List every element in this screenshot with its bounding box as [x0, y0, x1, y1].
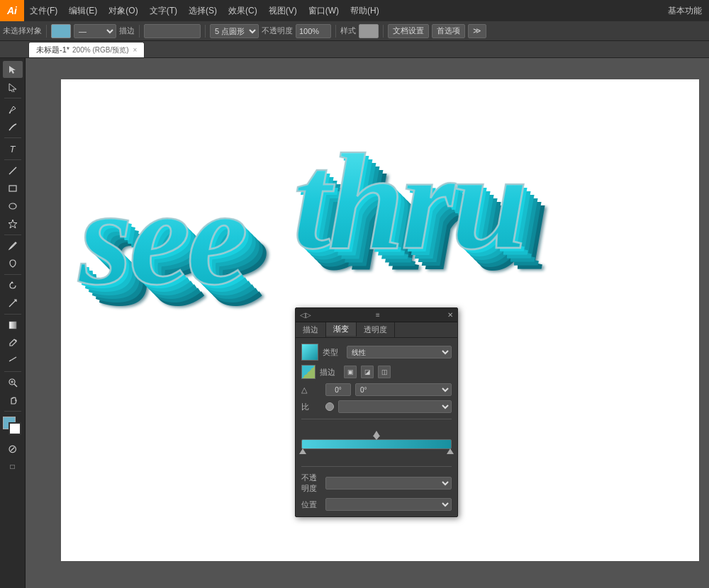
document-tab[interactable]: 未标题-1* 200% (RGB/预览) ×	[28, 42, 145, 57]
tool-sep-2	[4, 137, 21, 138]
tool-paintbrush[interactable]	[3, 237, 23, 254]
panel-body: 类型 线性 描边 ▣ ◪ ◫ △	[296, 338, 457, 516]
tool-zoom[interactable]	[3, 374, 23, 391]
style-label: 样式	[340, 26, 356, 36]
svg-line-6	[9, 360, 11, 361]
tool-sep-7	[4, 371, 21, 372]
stroke-btn-2[interactable]: ◪	[361, 366, 374, 378]
svg-marker-3	[9, 220, 17, 228]
stroke-btn-1[interactable]: ▣	[344, 366, 357, 378]
gradient-stop-right[interactable]	[447, 448, 454, 454]
panel-gradient-preview[interactable]	[301, 344, 318, 361]
svg-rect-4	[9, 322, 16, 329]
opacity-input[interactable]	[296, 24, 331, 38]
tool-selection[interactable]	[3, 61, 23, 78]
stroke-swatch[interactable]	[9, 422, 21, 435]
gradient-bar-container	[301, 425, 452, 460]
gradient-type-select[interactable]: 线性	[347, 346, 452, 358]
brush-select[interactable]: 5 点圆形	[210, 24, 259, 38]
stroke-input[interactable]	[144, 24, 201, 38]
tool-pen[interactable]	[3, 101, 23, 118]
svg-point-2	[9, 203, 16, 209]
tool-blob-brush[interactable]	[3, 255, 23, 272]
type-label: 类型	[323, 347, 342, 358]
no-selection-label: 未选择对象	[3, 26, 42, 36]
opacity-label: 不透明度	[262, 26, 293, 36]
svg-text:thru: thru	[293, 125, 525, 278]
menu-window[interactable]: 窗口(W)	[303, 0, 345, 21]
toolbar-sep-3	[205, 25, 206, 38]
tool-line[interactable]	[3, 162, 23, 179]
workspace-label: 基本功能	[668, 5, 709, 17]
menu-text[interactable]: 文字(T)	[144, 0, 183, 21]
menu-select[interactable]: 选择(S)	[183, 0, 223, 21]
tool-ellipse[interactable]	[3, 198, 23, 215]
tool-screen[interactable]: □	[3, 458, 23, 475]
tool-hand[interactable]	[3, 392, 23, 409]
panel-close-icon[interactable]: ✕	[447, 311, 453, 319]
fill-stroke-indicator[interactable]	[3, 417, 23, 436]
tab-subtitle: 200% (RGB/预览)	[72, 45, 128, 55]
ratio-dot	[325, 402, 334, 411]
panel-ratio-row: 比	[301, 400, 452, 413]
menu-object[interactable]: 对象(O)	[103, 0, 143, 21]
panel-angle-row: △ 0°	[301, 383, 452, 396]
panel-tab-stroke[interactable]: 描边	[296, 322, 326, 337]
panel-tab-gradient[interactable]: 渐变	[326, 322, 357, 337]
canvas-area: see thru see thru see thru see thru see …	[26, 58, 709, 588]
menu-help[interactable]: 帮助(H)	[345, 0, 385, 21]
panel-tab-opacity[interactable]: 透明度	[357, 322, 395, 337]
ratio-select[interactable]	[338, 400, 452, 413]
doc-settings-button[interactable]: 文档设置	[388, 24, 429, 38]
angle-label: △	[301, 385, 321, 395]
tool-rectangle[interactable]	[3, 180, 23, 197]
svg-rect-1	[9, 186, 16, 191]
panel-titlebar[interactable]: ◁▷ ≡ ✕	[296, 308, 457, 322]
tool-none[interactable]: ⊘	[3, 440, 23, 457]
ratio-label: 比	[301, 402, 321, 412]
tool-direct-selection[interactable]	[3, 79, 23, 96]
location-select[interactable]	[325, 498, 452, 511]
menu-edit[interactable]: 编辑(E)	[63, 0, 103, 21]
panel-menu-icon[interactable]: ≡	[376, 311, 380, 319]
first-item-button[interactable]: 首选项	[432, 24, 465, 38]
angle-select[interactable]: 0°	[355, 383, 452, 396]
stroke-select[interactable]: —	[74, 24, 116, 38]
opacity-panel-select[interactable]	[325, 477, 452, 490]
location-label: 位置	[301, 499, 321, 510]
style-color-box[interactable]	[359, 24, 379, 38]
tool-pencil[interactable]	[3, 118, 23, 135]
stroke-btn-3[interactable]: ◫	[378, 366, 391, 378]
panel-collapse-icon[interactable]: ◁▷	[300, 311, 311, 319]
tool-gradient[interactable]	[3, 317, 23, 334]
toolbar-sep-4	[335, 25, 336, 38]
tool-sep-8	[4, 411, 21, 412]
tool-sep-3	[4, 159, 21, 160]
tab-close-button[interactable]: ×	[133, 46, 138, 54]
tool-star[interactable]	[3, 215, 23, 232]
gradient-bar[interactable]	[301, 439, 452, 449]
more-button[interactable]: ≫	[468, 24, 486, 38]
tool-eyedropper[interactable]	[3, 334, 23, 351]
stroke-label: 描边	[119, 26, 135, 36]
opacity-panel-label: 不透明度	[301, 473, 321, 494]
tool-sep-4	[4, 234, 21, 235]
menu-effect[interactable]: 效果(C)	[223, 0, 263, 21]
menu-file[interactable]: 文件(F)	[24, 0, 63, 21]
tool-sep-1	[4, 98, 21, 98]
angle-input[interactable]	[325, 383, 351, 396]
tool-type[interactable]: T	[3, 140, 23, 157]
main-layout: T	[0, 58, 709, 588]
menu-view[interactable]: 视图(V)	[263, 0, 303, 21]
svg-line-0	[9, 167, 16, 174]
fill-color-box[interactable]	[51, 24, 71, 38]
tab-bar: 未标题-1* 200% (RGB/预览) ×	[0, 41, 709, 58]
tab-title: 未标题-1*	[36, 45, 69, 55]
tool-measure[interactable]	[3, 352, 23, 369]
toolbox: T	[0, 58, 26, 588]
panel-stroke-preview[interactable]	[301, 365, 316, 379]
tool-scale[interactable]	[3, 295, 23, 312]
gradient-stop-left[interactable]	[299, 448, 306, 454]
tool-rotate[interactable]	[3, 277, 23, 294]
panel-divider	[301, 419, 452, 419]
